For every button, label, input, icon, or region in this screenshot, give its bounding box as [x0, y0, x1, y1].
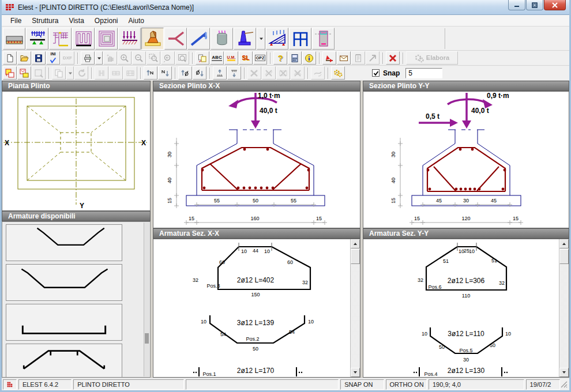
dim-label: 55 [291, 198, 296, 203]
ini-button[interactable]: INI [46, 51, 60, 65]
platea-angolo-button[interactable] [49, 28, 72, 50]
scroll-down-button[interactable] [559, 368, 569, 377]
menu-aiuto[interactable]: Aiuto [123, 16, 149, 26]
dim-label: 60 [287, 259, 293, 265]
ricalcola-button[interactable] [331, 66, 345, 80]
stampa-button[interactable] [81, 51, 95, 65]
nodo-button[interactable] [164, 28, 187, 50]
armatura-shape-staffa-trapezia-stretta[interactable] [6, 224, 122, 261]
pan-icon [106, 54, 115, 63]
annulla-x-button[interactable] [386, 51, 400, 65]
scroll-up-button[interactable] [559, 239, 569, 248]
menubar: FileStrutturaVistaOpzioniAiuto [2, 15, 569, 27]
snap-checkbox[interactable] [372, 69, 380, 77]
sezione-yy-canvas[interactable]: 0,9 t·m 40,0 t 0,5 t [363, 91, 569, 228]
scrollbar-thumb[interactable] [559, 249, 569, 264]
snap-value-input[interactable] [405, 68, 442, 78]
apri-button[interactable] [17, 51, 31, 65]
platea-foro-button[interactable] [95, 28, 118, 50]
annulla-x-icon [388, 54, 397, 63]
ferri-giu-button[interactable] [227, 66, 241, 80]
dim-label: 160 [250, 216, 259, 221]
unita-misura-button[interactable]: U.M. [224, 51, 238, 65]
scroll-up-button[interactable] [351, 239, 360, 248]
dim-label: 10 [505, 331, 511, 337]
pianta-plinto-drawing: X X Y [2, 92, 149, 210]
nuovo-button[interactable] [3, 51, 17, 65]
bar-spec: 2ø12 L=170 [237, 367, 275, 375]
sl-button[interactable]: SL [239, 51, 253, 65]
carichi-distribuiti-button[interactable] [118, 28, 141, 50]
minimize-button[interactable] [508, 0, 525, 10]
fi-su-button[interactable] [178, 66, 192, 80]
menu-file[interactable]: File [5, 16, 27, 26]
salva-sezioni-icon [5, 69, 14, 78]
armature-list-scrollbar[interactable] [144, 223, 149, 376]
sez-trave-2-icon [111, 69, 121, 78]
opz-button[interactable]: OPZ [253, 51, 267, 65]
armatura-xx-canvas[interactable]: 10 44 10 60 60 32 32 150 2ø12 L=402 Pos.… [153, 239, 360, 378]
trave-inclinata-button[interactable] [187, 28, 210, 50]
sezione-pilastro-button[interactable] [312, 28, 335, 50]
muro-sostegno-button[interactable] [234, 28, 256, 50]
nuovo-icon [5, 54, 14, 63]
scroll-down-button[interactable] [351, 368, 360, 377]
snap-label: Snap [383, 69, 400, 77]
stampa-dropdown[interactable] [95, 51, 103, 65]
palo-button[interactable] [211, 28, 233, 50]
scrollbar-thumb[interactable] [351, 249, 360, 264]
salva-sezioni-button[interactable] [3, 66, 17, 80]
platea-angolo-icon [51, 29, 70, 48]
sezione-xx-canvas[interactable]: 1,0 t·m 40,0 t [153, 91, 360, 228]
ferri-su-button[interactable] [213, 66, 227, 80]
plinto-button[interactable] [141, 28, 164, 50]
bar-spec: 2ø12 L=130 [448, 367, 485, 375]
frecce-button[interactable] [322, 51, 336, 65]
telaio-button[interactable] [289, 28, 311, 50]
scrollbar-thumb[interactable] [145, 333, 149, 344]
resize-grip[interactable] [560, 380, 568, 389]
armatura-xx-scrollbar[interactable] [350, 239, 360, 377]
testi-button[interactable]: ABC [210, 51, 224, 65]
menu-vista[interactable]: Vista [63, 16, 89, 26]
trave-carichi-button[interactable] [26, 28, 48, 50]
restore-button[interactable] [526, 0, 543, 10]
informazioni-button[interactable] [302, 51, 316, 65]
close-button[interactable] [544, 0, 566, 10]
fi-giu-button[interactable] [193, 66, 206, 80]
chevron-down-icon [259, 36, 264, 41]
salva-armature-button[interactable] [17, 66, 31, 80]
dim-label: 15 [167, 198, 172, 203]
salva-button[interactable] [32, 51, 46, 65]
pianta-plinto-canvas[interactable]: X X Y [2, 91, 151, 211]
armatura-shape-barra-dritta-uncini[interactable] [6, 304, 122, 341]
platea-button[interactable] [72, 28, 95, 50]
axis-label-x-right: X [141, 139, 146, 147]
carichi-distribuiti-icon [121, 29, 139, 48]
copia-struttura-button[interactable] [196, 51, 209, 65]
armatura-yy-canvas[interactable]: 10 25 10 51 51 32 32 110 2ø12 L=306 Pos.… [363, 239, 569, 378]
menu-struttura[interactable]: Struttura [27, 16, 63, 26]
muro-sostegno-dropdown[interactable] [257, 28, 265, 50]
aiuto-button[interactable]: ? [273, 51, 287, 65]
bar-pos: Pos.2 [246, 336, 259, 342]
trave-fondazione-button[interactable] [3, 28, 25, 50]
numero-giu-button[interactable] [158, 66, 172, 80]
status-snap-toggle[interactable]: SNAP ON [340, 379, 384, 390]
armatura-shape-cappello-trapezio[interactable] [6, 344, 122, 378]
dxf-button: DXF [61, 51, 74, 65]
ini-icon [48, 56, 58, 64]
dim-label: 50 [439, 344, 445, 350]
dim-label: 32 [302, 280, 308, 285]
numero-su-button[interactable] [144, 66, 157, 80]
armatura-yy-scrollbar[interactable] [559, 239, 569, 377]
status-ortho-toggle[interactable]: ORTHO ON [386, 379, 427, 390]
aiuto-label: ? [277, 54, 283, 62]
capriata-button[interactable] [266, 28, 288, 50]
toolbar-separator [91, 67, 92, 79]
armatura-shape-staffa-trapezia-larga[interactable] [6, 264, 122, 301]
inviluppo-button[interactable] [337, 51, 351, 65]
menu-opzioni[interactable]: Opzioni [89, 16, 123, 26]
calcolatrice-button[interactable] [288, 51, 302, 65]
dim-label: 51 [443, 258, 449, 264]
